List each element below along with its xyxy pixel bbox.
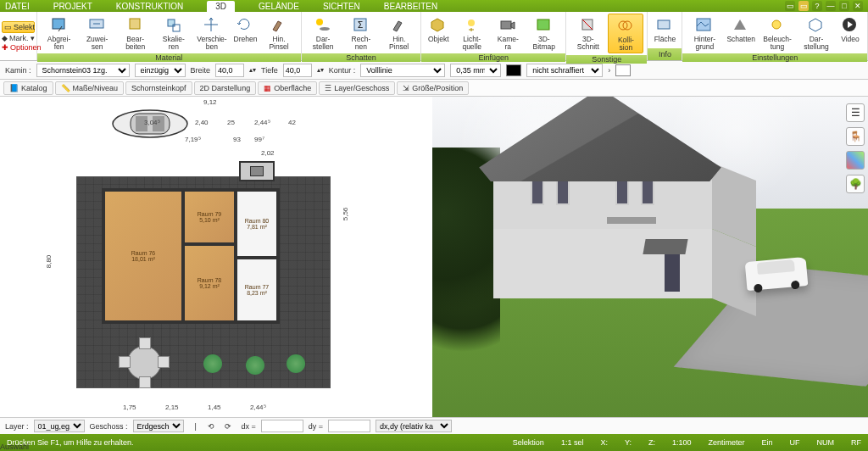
group-label-info: Info: [648, 48, 682, 60]
group-label-material: Material: [37, 53, 301, 62]
rechnen-button[interactable]: ΣRech- nen: [343, 14, 379, 52]
hintergrund-button[interactable]: Hinter- grund: [686, 14, 723, 52]
menu-bearbeiten[interactable]: BEARBEITEN: [384, 2, 437, 11]
layergeschoss-button[interactable]: ☰Layer/Geschoss: [319, 81, 395, 95]
katalog-button[interactable]: 📘Katalog: [3, 81, 53, 95]
materials-tool-icon[interactable]: [846, 151, 865, 170]
drehen-button[interactable]: Drehen: [231, 14, 259, 52]
breite-input[interactable]: [215, 64, 244, 77]
status-num: NUM: [817, 438, 835, 447]
dim: 5,56: [342, 208, 349, 221]
dim: 93: [233, 136, 241, 143]
chevron-icon[interactable]: ›: [608, 66, 610, 75]
breite-label: Breite: [191, 66, 211, 75]
skalieren-button[interactable]: Skalie- ren: [155, 14, 192, 52]
verschieben-button[interactable]: Verschie- ben: [193, 14, 230, 52]
furniture-tool-icon[interactable]: 🪑: [846, 127, 865, 146]
dim: 99⁷: [254, 136, 264, 143]
kamin-select[interactable]: Schornstein03 1zg.: [36, 64, 130, 77]
ribbon-group-info: Fläche Info: [648, 12, 682, 60]
kontur-select[interactable]: Volllinie: [360, 64, 445, 77]
group-label-sonstige: Sonstige: [566, 55, 647, 64]
dim: 1,75: [123, 404, 136, 411]
tiefe-input[interactable]: [283, 64, 312, 77]
layer-select[interactable]: 01_ug,eg,og: [34, 420, 85, 432]
svg-text:Σ: Σ: [358, 20, 363, 30]
window-icon-2[interactable]: ▭: [798, 1, 809, 11]
dx-input[interactable]: [261, 420, 303, 432]
mark-button[interactable]: ◆Mark.▾: [2, 34, 35, 42]
einzug-select[interactable]: einzügig: [135, 64, 186, 77]
zuweisen-button[interactable]: Zuwei- sen: [79, 14, 115, 52]
hinpinsel-button[interactable]: Hin. Pinsel: [260, 14, 297, 52]
layers-tool-icon[interactable]: ☰: [846, 103, 865, 122]
3dbitmap-button[interactable]: 3D- Bitmap: [526, 14, 562, 52]
close-icon[interactable]: ✕: [853, 1, 863, 11]
svg-rect-10: [501, 21, 511, 29]
dim: 2,15: [165, 404, 179, 411]
ribbon-selection-group: ▭Selekt ◆Mark.▾ ✚Optionen Auswahl: [0, 12, 37, 60]
chair: [158, 356, 170, 368]
svg-rect-0: [53, 19, 64, 29]
status-x: X:: [600, 438, 608, 447]
status-unit: Zentimeter: [708, 438, 744, 447]
chair: [139, 376, 151, 388]
room-76: Raum 7618,01 m²: [103, 190, 183, 322]
options-button[interactable]: ✚Optionen: [2, 43, 35, 52]
minimize-icon[interactable]: —: [826, 1, 836, 11]
3d-perspective-view[interactable]: ☰ 🪑 🌳: [432, 97, 868, 417]
kollision-button[interactable]: Kolli- sion: [608, 14, 643, 53]
flaeche-button[interactable]: Fläche: [651, 14, 678, 47]
objekt-button[interactable]: Objekt: [425, 14, 452, 52]
ribbon-group-schatten: Dar- stellen ΣRech- nen Hin. Pinsel Scha…: [302, 12, 422, 60]
2ddarstellung-button[interactable]: 2D Darstellung: [194, 81, 257, 95]
status-y: Y:: [625, 438, 632, 447]
beleuchtung-button[interactable]: Beleuch- tung: [759, 14, 796, 52]
room-78: Raum 789,12 m²: [183, 244, 236, 322]
kamera-button[interactable]: Kame- ra: [492, 14, 524, 52]
select-button[interactable]: ▭Selekt: [2, 21, 35, 33]
color-swatch-black[interactable]: [506, 64, 521, 76]
video-button[interactable]: Video: [837, 14, 864, 52]
color-swatch-white[interactable]: [615, 64, 631, 76]
masse-button[interactable]: 📏Maße/Niveau: [55, 81, 125, 95]
window-icon-1[interactable]: ▭: [785, 1, 795, 11]
3dschnitt-button[interactable]: 3D- Schnitt: [570, 14, 606, 53]
menu-projekt[interactable]: PROJEKT: [53, 2, 92, 11]
door: [665, 254, 680, 292]
hatch-select[interactable]: nicht schraffiert: [526, 64, 603, 77]
schatten-settings-button[interactable]: Schatten: [725, 14, 757, 52]
dim: 2,02: [261, 149, 275, 157]
help-icon[interactable]: ?: [812, 1, 822, 11]
plants-tool-icon[interactable]: 🌳: [846, 175, 865, 193]
thickness-select[interactable]: 0,35 mm: [450, 64, 501, 77]
geschoss-select[interactable]: Erdgeschos: [133, 420, 184, 432]
property-bar: Kamin : Schornstein03 1zg. einzügig Brei…: [0, 61, 868, 80]
bearbeiten-button[interactable]: Bear- beiten: [117, 14, 153, 52]
darstellung-button[interactable]: Dar- stellung: [798, 14, 835, 52]
menu-3d[interactable]: 3D: [207, 1, 235, 12]
lichtquelle-button[interactable]: Licht- quelle: [453, 14, 490, 52]
chair: [119, 356, 131, 368]
status-ratio: 1:1 sel: [561, 438, 584, 447]
darstellen-button[interactable]: Dar- stellen: [305, 14, 342, 52]
menu-gelaende[interactable]: GELÄNDE: [259, 2, 299, 11]
maximize-icon[interactable]: □: [839, 1, 849, 11]
dim: 42: [288, 119, 296, 126]
svg-rect-15: [658, 20, 670, 29]
schornsteinkopf-button[interactable]: Schornsteinkopf: [125, 81, 192, 95]
coord-mode-select[interactable]: dx,dy (relativ ka: [376, 420, 452, 432]
hinpinsel-shadow-button[interactable]: Hin. Pinsel: [381, 14, 417, 52]
menu-datei[interactable]: DATEI: [5, 2, 30, 11]
2d-floorplan-view[interactable]: 9,12 3,04⁵ 2,40 25 2,44⁵ 42 7,19⁵ 93 99⁷…: [0, 97, 432, 417]
abgreifen-button[interactable]: Abgrei- fen: [41, 14, 77, 52]
menu-konstruktion[interactable]: KONSTRUKTION: [116, 2, 183, 11]
dy-input[interactable]: [328, 420, 370, 432]
groesse-button[interactable]: ⇲Größe/Position: [397, 81, 469, 95]
svg-point-6: [320, 27, 330, 31]
layer-label: Layer :: [5, 422, 29, 431]
oberflaeche-button[interactable]: ▦Oberfläche: [258, 81, 317, 95]
building-outline: Raum 7618,01 m² Raum 795,10 m² Raum 789,…: [102, 188, 280, 324]
car-3d: [745, 257, 809, 291]
menu-sichten[interactable]: SICHTEN: [323, 2, 360, 11]
